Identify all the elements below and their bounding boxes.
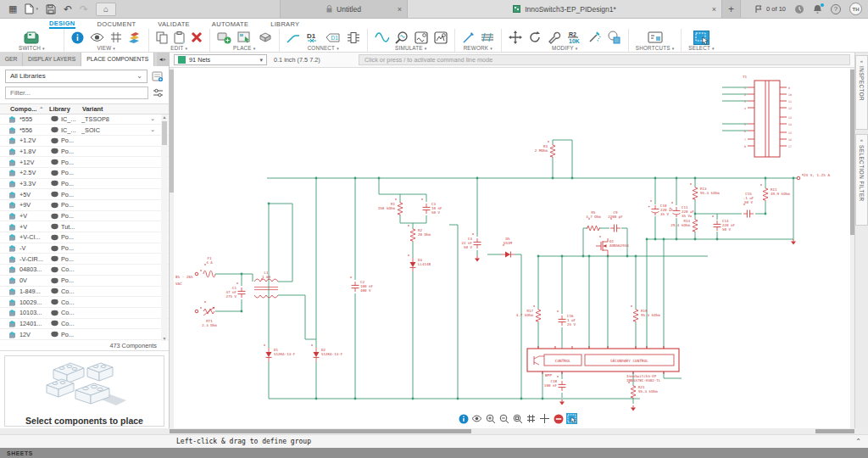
group-label[interactable]: SELECT	[688, 45, 710, 51]
place-on-board-icon[interactable]	[237, 31, 252, 44]
expand-up-icon[interactable]: ⌃	[855, 438, 861, 445]
component-row[interactable]: 12VPo...	[0, 329, 169, 340]
inspector-tab[interactable]: « INSPECTOR	[855, 55, 868, 130]
place-part-icon[interactable]	[217, 31, 231, 44]
component-row[interactable]: *556IC_..._SOIC⌄	[0, 125, 169, 136]
component-row[interactable]: +1.8VPo...	[0, 147, 169, 158]
home-icon[interactable]: ⌂	[96, 3, 116, 16]
canvas-vscrollbar-right[interactable]	[850, 68, 854, 428]
file-menu-icon[interactable]: ▾	[25, 3, 38, 14]
zoom-out-icon[interactable]	[498, 413, 509, 424]
new-tab-button[interactable]: +	[722, 0, 741, 18]
avatar[interactable]: TH	[849, 3, 862, 15]
eye-icon[interactable]	[90, 32, 104, 42]
component-row[interactable]: 1-849...Co...	[0, 287, 169, 298]
scroll-up-icon[interactable]: ▲	[163, 114, 167, 120]
document-tab-design[interactable]: InnoSwitch3-EP_PIDesign1* ×	[407, 0, 722, 18]
group-label[interactable]: PLACE	[233, 45, 252, 51]
crosshair-icon[interactable]	[539, 413, 550, 424]
help-icon[interactable]: ?	[831, 4, 841, 14]
col-component[interactable]: Compo...	[10, 105, 36, 113]
info-view-icon[interactable]	[458, 413, 469, 424]
component-row[interactable]: +5VPo...	[0, 189, 169, 200]
nets-dropdown[interactable]: 91 Nets ▾	[174, 54, 267, 65]
tab-design[interactable]: DESIGN	[49, 19, 75, 29]
selection-filter-tab[interactable]: « SELECTION FILTER	[855, 134, 868, 226]
close-tab-icon[interactable]: ×	[398, 5, 402, 14]
switch-workspace-icon[interactable]	[24, 31, 39, 44]
name-value-icon[interactable]: D1	[306, 31, 320, 44]
select-mode-icon[interactable]	[566, 413, 577, 424]
undo-icon[interactable]: ↶	[64, 4, 72, 14]
component-row[interactable]: 10103...Co...	[0, 308, 169, 319]
scrollbar-thumb[interactable]	[162, 121, 167, 145]
document-tab-untitled[interactable]: Untitled ×	[280, 0, 407, 18]
filter-options-icon[interactable]	[153, 88, 164, 98]
panel-tab-place-components[interactable]: PLACE COMPONENTS	[81, 53, 154, 66]
paint-icon[interactable]	[587, 31, 601, 44]
component-row[interactable]: +12VPo...	[0, 157, 169, 168]
component-row[interactable]: -VPo...	[0, 243, 169, 254]
tab-validate[interactable]: VALIDATE	[158, 19, 190, 29]
group-shape-icon[interactable]	[607, 31, 621, 44]
component-row[interactable]: +9VPo...	[0, 200, 169, 211]
group-label[interactable]: MODIFY	[552, 45, 574, 51]
component-row[interactable]: 0VPo...	[0, 276, 169, 287]
zoom-fit-icon[interactable]	[512, 413, 523, 424]
app-grid-icon[interactable]: ▦	[8, 4, 17, 14]
group-label[interactable]: EDIT	[170, 45, 183, 51]
tab-document[interactable]: DOCUMENT	[97, 19, 136, 29]
panel-tab-manager[interactable]: GER	[0, 53, 23, 66]
visibility-icon[interactable]	[471, 413, 482, 424]
schematic-drawing[interactable]: F14 ART12.3 OhmC147 nF275 VL11 mHD1S12KA…	[170, 68, 854, 428]
panel-tab-display-layers[interactable]: DISPLAY LAYERS	[23, 53, 81, 66]
notifications-bell-icon[interactable]	[813, 4, 822, 14]
component-row[interactable]: *555IC_..._TSSOP8⌄	[0, 114, 169, 126]
grid-settings-icon[interactable]	[110, 31, 122, 43]
group-label[interactable]: SHORTCUTS	[636, 45, 670, 51]
tab-automate[interactable]: AUTOMATE	[212, 19, 248, 29]
component-row[interactable]: +VPo...	[0, 211, 169, 222]
group-label[interactable]: REWORK	[464, 45, 489, 51]
group-label[interactable]: VIEW	[97, 45, 111, 51]
group-label[interactable]: CONNECT	[308, 45, 336, 51]
component-row[interactable]: 10029...Co...	[0, 297, 169, 308]
net-wire-icon[interactable]	[287, 31, 300, 44]
component-row[interactable]: +V-CI...Po...	[0, 232, 169, 243]
chevron-down-icon[interactable]: ⌄	[150, 126, 155, 133]
filter-input[interactable]	[5, 87, 148, 99]
rotate-icon[interactable]	[528, 31, 542, 44]
nav-right-icon[interactable]: ▸	[163, 56, 166, 63]
info-icon[interactable]	[71, 31, 84, 44]
command-line-input[interactable]	[359, 54, 850, 65]
tab-library[interactable]: LIBRARY	[270, 19, 299, 29]
library-select[interactable]: All Libraries ⌄	[5, 70, 147, 83]
group-label[interactable]: SIMULATE	[395, 45, 423, 51]
grid-toggle-icon[interactable]	[526, 413, 537, 424]
wrench-icon[interactable]	[548, 31, 561, 44]
component-row[interactable]: -V-CIR...Po...	[0, 254, 169, 265]
select-tool-icon[interactable]	[693, 31, 709, 45]
copy-icon[interactable]	[156, 31, 168, 44]
stop-icon[interactable]	[553, 413, 564, 424]
component-row[interactable]: +3.3VPo...	[0, 179, 169, 190]
nav-left-icon[interactable]: ◂	[159, 56, 163, 63]
schematic-canvas[interactable]: F14 ART12.3 OhmC147 nF275 VL11 mHD1S12KA…	[170, 68, 854, 428]
place-3d-package-icon[interactable]	[258, 31, 272, 43]
col-variant[interactable]: Variant	[82, 105, 103, 113]
scope-icon-b[interactable]	[434, 31, 448, 44]
group-label[interactable]: SWITCH	[19, 45, 41, 51]
align-nets-icon[interactable]	[481, 31, 494, 43]
clock-icon[interactable]	[794, 4, 804, 14]
shortcuts-panel-icon[interactable]	[648, 31, 663, 44]
library-manager-icon[interactable]	[152, 70, 164, 82]
scope-icon-a[interactable]	[415, 31, 428, 44]
component-row[interactable]: +2.5VPo...	[0, 168, 169, 179]
close-tab-icon[interactable]: ×	[712, 5, 716, 14]
rework-pen-icon[interactable]	[462, 31, 475, 44]
component-row[interactable]: +VTut...	[0, 221, 169, 232]
zoom-in-icon[interactable]	[485, 413, 496, 424]
probe-icon[interactable]	[395, 31, 409, 44]
sheets-bar[interactable]: SHEETS	[0, 448, 868, 458]
sine-wave-icon[interactable]	[375, 31, 389, 43]
